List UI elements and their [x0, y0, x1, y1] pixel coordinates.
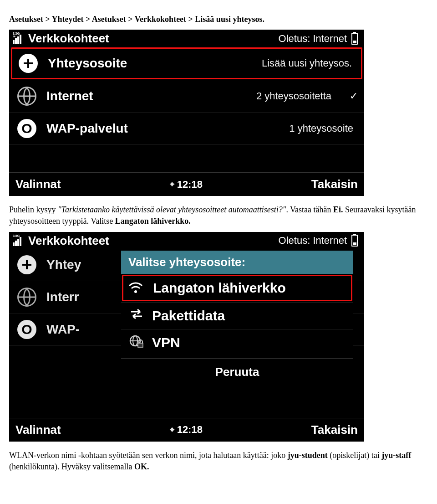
status-bar: 3.5G Verkkokohteet Oletus: Internet	[9, 232, 364, 249]
softkey-right[interactable]: Takaisin	[311, 177, 358, 191]
screenshot-1: 3.5G Verkkokohteet Oletus: Internet Yhte…	[9, 30, 364, 196]
popup-item-vpn[interactable]: VPN	[121, 329, 353, 356]
svg-rect-3	[20, 35, 21, 44]
svg-rect-7	[24, 62, 33, 64]
popup-cancel-button[interactable]: Peruuta	[121, 358, 353, 386]
row-value: Lisää uusi yhteysos.	[262, 57, 356, 69]
popup-title: Valitse yhteysosoite:	[121, 251, 353, 274]
status-bar: 3.5G Verkkokohteet Oletus: Internet	[9, 30, 364, 46]
letter-o-icon: O	[17, 320, 36, 339]
popup-item-label: Langaton lähiverkko	[153, 280, 286, 296]
breadcrumb-path: Asetukset > Yhteydet > Asetukset > Verkk…	[9, 15, 195, 24]
row-label: WAP-palvelut	[46, 121, 128, 136]
popup-item-packetdata[interactable]: Pakettidata	[121, 302, 353, 329]
svg-text:3.5G: 3.5G	[13, 32, 20, 35]
popup-item-label: Pakettidata	[152, 308, 225, 324]
svg-rect-2	[17, 36, 19, 44]
wifi-icon	[128, 282, 147, 294]
popup-item-label: VPN	[152, 335, 180, 350]
plus-icon	[17, 255, 36, 274]
letter-o-icon: O	[17, 119, 36, 138]
select-access-point-popup: Valitse yhteysosoite: Langaton lähiverkk…	[121, 251, 353, 386]
svg-rect-0	[13, 40, 15, 44]
row-label: Yhtey	[46, 257, 81, 272]
popup-item-wlan[interactable]: Langaton lähiverkko	[122, 275, 352, 301]
default-label: Oletus: Internet	[279, 33, 347, 45]
globe-icon	[17, 288, 36, 307]
softkey-bar: Valinnat ⌖ 12:18 Takaisin	[9, 418, 364, 442]
svg-rect-1	[15, 38, 17, 44]
svg-rect-9	[15, 241, 17, 246]
row-label: Internet	[46, 89, 93, 103]
svg-rect-11	[20, 237, 21, 246]
clock-time: 12:18	[177, 424, 203, 436]
signal-icon: 3.5G	[13, 234, 25, 247]
svg-text:3.5G: 3.5G	[13, 234, 20, 237]
plus-icon	[19, 54, 38, 73]
battery-icon	[351, 33, 358, 45]
clock[interactable]: ⌖ 12:18	[170, 424, 203, 436]
check-icon: ✓	[350, 90, 358, 102]
svg-point-16	[134, 290, 137, 293]
battery-icon	[351, 235, 358, 247]
row-label: WAP-	[46, 322, 80, 337]
globe-icon	[17, 87, 36, 106]
row-add-access-point[interactable]: Yhteysosoite Lisää uusi yhteysos.	[11, 47, 362, 79]
window-title: Verkkokohteet	[28, 234, 109, 248]
row-label: Yhteysosoite	[48, 56, 127, 71]
svg-rect-20	[138, 343, 143, 347]
softkey-right[interactable]: Takaisin	[311, 423, 358, 437]
breadcrumb-leaf: Lisää uusi yhteysos.	[195, 15, 264, 24]
signal-icon: 3.5G	[13, 32, 25, 45]
softkey-left[interactable]: Valinnat	[15, 423, 61, 437]
swap-icon	[127, 308, 146, 323]
instruction-paragraph-2: WLAN-verkon nimi -kohtaan syötetään sen …	[9, 450, 428, 473]
row-value: 2 yhteysosoitetta	[256, 90, 336, 102]
row-value: 1 yhteysosoite	[289, 123, 358, 134]
breadcrumb: Asetukset > Yhteydet > Asetukset > Verkk…	[9, 14, 428, 25]
list: Yhteysosoite Lisää uusi yhteysos. Intern…	[9, 46, 364, 172]
clock-time: 12:18	[177, 179, 203, 190]
softkey-left[interactable]: Valinnat	[15, 177, 61, 191]
default-label: Oletus: Internet	[279, 235, 347, 247]
svg-rect-10	[17, 239, 19, 246]
softkey-bar: Valinnat ⌖ 12:18 Takaisin	[9, 172, 364, 196]
popup-area: Yhtey Interr ✓ O WAP- Valitse yhteysosoi…	[9, 249, 364, 418]
svg-rect-8	[13, 242, 15, 246]
globe-lock-icon	[127, 335, 146, 351]
svg-rect-15	[22, 264, 31, 266]
screenshot-2: 3.5G Verkkokohteet Oletus: Internet Yhte…	[9, 232, 364, 442]
lock-icon: ⌖	[170, 180, 174, 189]
instruction-paragraph-1: Puhelin kysyy "Tarkistetaanko käytettävi…	[9, 204, 428, 227]
row-wap[interactable]: O WAP-palvelut 1 yhteysosoite	[9, 113, 364, 145]
row-label: Interr	[46, 290, 79, 304]
row-internet[interactable]: Internet 2 yhteysosoitetta ✓	[9, 80, 364, 113]
clock[interactable]: ⌖ 12:18	[170, 179, 203, 190]
window-title: Verkkokohteet	[28, 31, 109, 46]
lock-icon: ⌖	[170, 425, 174, 435]
